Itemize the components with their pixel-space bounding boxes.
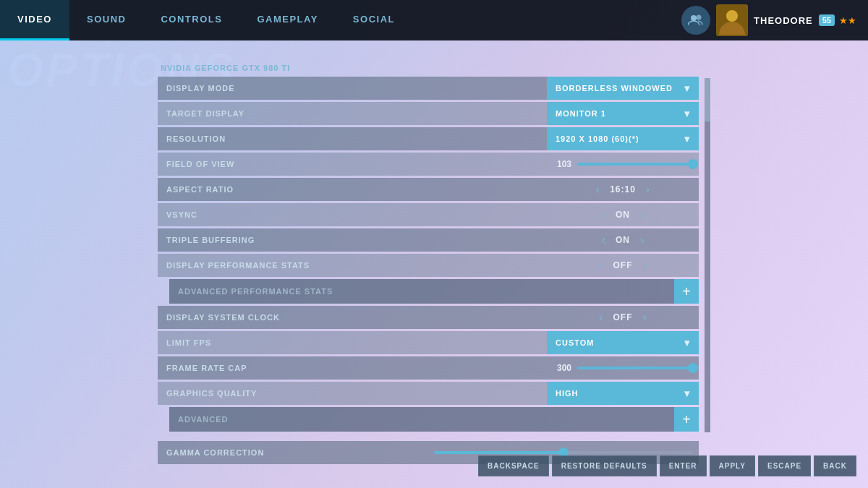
resolution-dropdown[interactable]: 1920 X 1080 (60)(*) ▾	[547, 127, 699, 150]
group-icon-btn[interactable]	[681, 6, 710, 35]
navbar: VIDEO SOUND CONTROLS GAMEPLAY SOCIAL	[0, 0, 868, 40]
fov-slider-fill	[577, 163, 693, 166]
resolution-value: 1920 X 1080 (60)(*) ▾	[540, 127, 699, 150]
dropdown-arrow-icon-4: ▾	[684, 337, 690, 348]
fps-slider-thumb[interactable]	[688, 363, 698, 373]
escape-button[interactable]: ESCAPE	[758, 455, 811, 476]
settings-panel: NVIDIA GEFORCE GTX 980 TI DISPLAY MODE B…	[158, 64, 699, 466]
dropdown-arrow-icon-3: ▾	[684, 133, 690, 145]
vsync-value: ‹ ON ›	[547, 203, 699, 226]
backspace-button[interactable]: BACKSPACE	[478, 455, 549, 476]
row-target-display: TARGET DISPLAY MONITOR 1 ▾	[158, 102, 699, 125]
limit-fps-dropdown[interactable]: CUSTOM ▾	[547, 331, 699, 354]
graphics-quality-dropdown[interactable]: HIGH ▾	[547, 382, 699, 405]
gamma-slider-fill	[434, 451, 563, 454]
row-vsync: VSYNC ‹ ON ›	[158, 203, 699, 226]
row-graphics-quality: GRAPHICS QUALITY HIGH ▾	[158, 382, 699, 405]
row-resolution: RESOLUTION 1920 X 1080 (60)(*) ▾	[158, 127, 699, 150]
enter-button[interactable]: ENTER	[660, 455, 707, 476]
dropdown-arrow-icon-5: ▾	[684, 388, 690, 399]
fps-slider-container: 300	[434, 363, 699, 373]
row-frame-rate-cap: FRAME RATE CAP 300	[158, 356, 699, 380]
fps-slider-track[interactable]	[577, 367, 693, 369]
row-advanced: ADVANCED +	[169, 407, 699, 432]
scrollbar[interactable]	[705, 78, 710, 432]
graphics-quality-value: HIGH ▾	[540, 382, 699, 405]
row-aspect-ratio: ASPECT RATIO ‹ 16:10 ›	[158, 178, 699, 201]
apply-button[interactable]: APPLY	[710, 455, 755, 476]
aspect-ratio-value: ‹ 16:10 ›	[547, 178, 699, 201]
svg-point-3	[726, 10, 738, 22]
clock-left-btn[interactable]: ‹	[595, 306, 607, 329]
svg-point-1	[697, 15, 702, 20]
nav-right: THEODORE 55 ★★	[670, 0, 868, 40]
back-button[interactable]: BACK	[814, 455, 856, 476]
adv-perf-plus-btn[interactable]: +	[674, 279, 699, 304]
target-display-value: MONITOR 1 ▾	[540, 102, 699, 125]
svg-point-0	[691, 15, 697, 21]
bottom-bar: BACKSPACE RESTORE DEFAULTS ENTER APPLY E…	[478, 455, 856, 476]
row-adv-perf-stats: ADVANCED PERFORMANCE STATS +	[169, 279, 699, 304]
row-display-perf: DISPLAY PERFORMANCE STATS ‹ OFF ›	[158, 254, 699, 277]
fps-slider-fill	[577, 367, 693, 369]
row-fov: FIELD OF VIEW 103	[158, 153, 699, 176]
spacer	[158, 434, 699, 441]
scrollbar-thumb[interactable]	[705, 78, 710, 121]
user-info: THEODORE 55 ★★	[754, 14, 856, 26]
display-mode-dropdown[interactable]: BORDERLESS WINDOWED ▾	[547, 77, 699, 100]
row-limit-fps: LIMIT FPS CUSTOM ▾	[158, 331, 699, 354]
disp-perf-left-btn[interactable]: ‹	[595, 254, 607, 277]
tab-controls[interactable]: CONTROLS	[143, 0, 239, 40]
tab-video[interactable]: VIDEO	[0, 0, 69, 40]
fov-slider-track[interactable]	[577, 163, 693, 166]
target-display-dropdown[interactable]: MONITOR 1 ▾	[547, 102, 699, 125]
display-clock-value: ‹ OFF ›	[547, 306, 699, 329]
triple-buffering-value: ‹ ON ›	[547, 228, 699, 252]
gamma-slider-container	[434, 451, 699, 454]
aspect-ratio-left-btn[interactable]: ‹	[592, 178, 604, 201]
nav-tabs: VIDEO SOUND CONTROLS GAMEPLAY SOCIAL	[0, 0, 670, 40]
display-perf-value: ‹ OFF ›	[547, 254, 699, 277]
fov-slider-thumb[interactable]	[688, 159, 698, 169]
row-display-clock: DISPLAY SYSTEM CLOCK ‹ OFF ›	[158, 306, 699, 329]
fov-slider-container: 103	[434, 159, 699, 169]
display-mode-value: BORDERLESS WINDOWED ▾	[540, 77, 699, 100]
tab-gameplay[interactable]: GAMEPLAY	[239, 0, 335, 40]
restore-defaults-button[interactable]: RESTORE DEFAULTS	[552, 455, 657, 476]
clock-right-btn[interactable]: ›	[639, 306, 651, 329]
dropdown-arrow-icon-2: ▾	[684, 108, 690, 119]
row-triple-buffering: TRIPLE BUFFERING ‹ ON ›	[158, 228, 699, 252]
advanced-plus-btn[interactable]: +	[674, 407, 699, 432]
vsync-left-btn[interactable]: ‹	[597, 203, 610, 226]
vsync-right-btn[interactable]: ›	[636, 203, 648, 226]
avatar	[716, 4, 748, 36]
triple-buf-right-btn[interactable]: ›	[636, 228, 648, 252]
tab-social[interactable]: SOCIAL	[336, 0, 412, 40]
tab-sound[interactable]: SOUND	[69, 0, 143, 40]
triple-buf-left-btn[interactable]: ‹	[597, 228, 610, 252]
dropdown-arrow-icon: ▾	[684, 82, 690, 94]
gamma-slider-track[interactable]	[434, 451, 693, 454]
row-display-mode: DISPLAY MODE BORDERLESS WINDOWED ▾	[158, 77, 699, 100]
aspect-ratio-right-btn[interactable]: ›	[642, 178, 654, 201]
gpu-label: NVIDIA GEFORCE GTX 980 TI	[158, 64, 699, 77]
limit-fps-value: CUSTOM ▾	[540, 331, 699, 354]
disp-perf-right-btn[interactable]: ›	[639, 254, 651, 277]
